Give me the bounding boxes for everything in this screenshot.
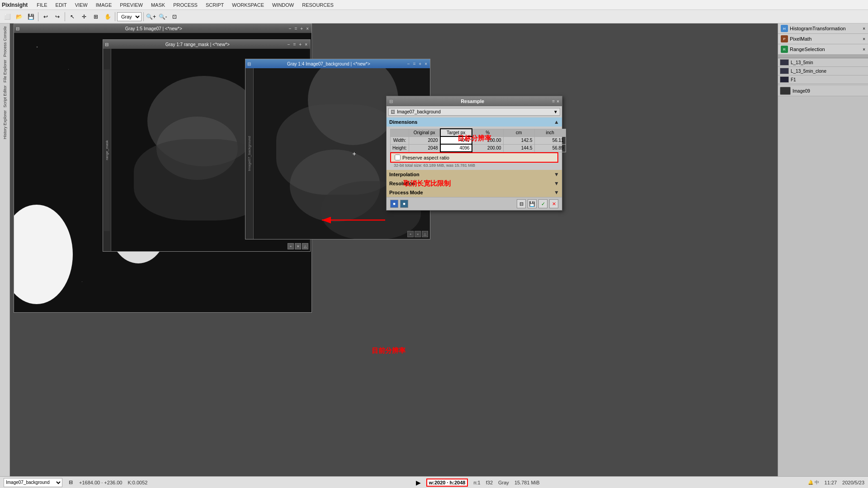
- dimensions-collapse[interactable]: ▲: [554, 119, 559, 125]
- sidebar-file-explorer[interactable]: File Explorer: [2, 59, 8, 84]
- resolution-header[interactable]: Resolution ▼: [387, 179, 562, 188]
- thumb-f1[interactable]: F1: [778, 75, 868, 84]
- range-mask-icon-3[interactable]: △: [302, 243, 308, 249]
- height-inch-input[interactable]: [537, 145, 564, 150]
- win-rm-min[interactable]: −: [287, 42, 291, 47]
- win-bg-min[interactable]: −: [406, 61, 411, 66]
- toolbar-zoom-fit[interactable]: ⊡: [169, 11, 180, 22]
- window-main-titlebar[interactable]: ⊟ Gray 1:5 Image07 | <*new*> − = + ×: [14, 24, 311, 33]
- toolbar-pan[interactable]: ✋: [102, 11, 113, 22]
- width-target-input[interactable]: [443, 138, 470, 143]
- interpolation-header[interactable]: Interpolation ▼: [387, 170, 562, 179]
- resample-dialog-titlebar[interactable]: ⊟ Resample = ×: [387, 96, 562, 106]
- height-percent-input[interactable]: [474, 145, 501, 150]
- win-main-close[interactable]: ×: [305, 26, 310, 31]
- menu-window[interactable]: WINDOW: [269, 1, 297, 9]
- width-original-input: [411, 138, 438, 143]
- preserve-aspect-ratio-label[interactable]: Preserve aspect ratio: [402, 155, 449, 160]
- win-rm-plus[interactable]: +: [298, 42, 302, 47]
- height-target-cell[interactable]: [440, 144, 472, 152]
- toolbar-cursor[interactable]: ↖: [67, 11, 78, 22]
- dialog-btn-blue-small[interactable]: ■: [390, 200, 398, 208]
- width-percent[interactable]: [472, 136, 504, 144]
- image-selector[interactable]: 🖼 Image07_background ▼: [388, 108, 560, 116]
- menu-view[interactable]: VIEW: [71, 1, 91, 9]
- width-inch-input[interactable]: [537, 138, 564, 143]
- sidebar-history-explorer[interactable]: History Explorer: [2, 109, 8, 140]
- win-bg-plus[interactable]: +: [418, 61, 422, 66]
- dialog-btn-teal[interactable]: ■: [400, 200, 408, 208]
- height-percent[interactable]: [472, 144, 504, 152]
- menu-edit[interactable]: EDIT: [52, 1, 71, 9]
- resample-dialog-minmax[interactable]: =: [552, 99, 555, 104]
- image-selector-dropdown[interactable]: ▼: [553, 109, 558, 114]
- panel-pixelmath[interactable]: P PixelMath ×: [778, 34, 868, 44]
- height-cm[interactable]: [503, 144, 534, 152]
- thumb-image09[interactable]: Image09: [778, 86, 868, 96]
- process-mode-header[interactable]: Process Mode ▼: [387, 188, 562, 197]
- bg-icon-3[interactable]: △: [422, 231, 428, 237]
- menu-mask[interactable]: MASK: [147, 1, 169, 9]
- dialog-btn-close[interactable]: ✕: [549, 199, 558, 208]
- window-bg-titlebar[interactable]: ⊟ Gray 1:4 Image07_background | <*new*> …: [245, 59, 430, 68]
- panel-pixelmath-close[interactable]: ×: [863, 37, 865, 42]
- thumb-l13-5min-clone[interactable]: L_13_5min_clone: [778, 67, 868, 75]
- width-cm-input[interactable]: [505, 138, 533, 143]
- menu-file[interactable]: FILE: [33, 1, 51, 9]
- dialog-btn-new[interactable]: ⊟: [517, 199, 526, 208]
- win-rm-max[interactable]: =: [292, 42, 297, 47]
- height-target-input[interactable]: [443, 145, 470, 150]
- mode-select[interactable]: Gray: [117, 12, 142, 21]
- menu-image[interactable]: IMAGE: [92, 1, 115, 9]
- toolbar-zoom-rect[interactable]: ⊞: [90, 11, 101, 22]
- range-mask-icon-1[interactable]: +: [288, 243, 294, 249]
- status-play-btn[interactable]: ▶: [416, 479, 421, 486]
- toolbar-open[interactable]: 📂: [14, 11, 24, 22]
- win-rm-close[interactable]: ×: [304, 42, 308, 47]
- win-main-min[interactable]: −: [288, 26, 292, 31]
- menu-process[interactable]: PROCESS: [170, 1, 201, 9]
- process-mode-collapse[interactable]: ▼: [554, 189, 559, 196]
- menu-script[interactable]: SCRIPT: [202, 1, 227, 9]
- win-bg-max[interactable]: =: [412, 61, 416, 66]
- dialog-btn-apply[interactable]: ✓: [538, 199, 547, 208]
- win-main-plus[interactable]: +: [299, 26, 304, 31]
- toolbar-new[interactable]: ⬜: [2, 11, 13, 22]
- sidebar-process-console[interactable]: Process Console: [2, 25, 8, 58]
- panel-histogram[interactable]: H HistogramTransformation ×: [778, 23, 868, 34]
- menu-preview[interactable]: PREVIEW: [116, 1, 146, 9]
- panel-rangeselection-close[interactable]: ×: [863, 47, 865, 52]
- win-bg-close[interactable]: ×: [424, 61, 428, 66]
- resolution-collapse[interactable]: ▼: [554, 180, 559, 187]
- dialog-btn-save[interactable]: 💾: [528, 199, 537, 208]
- height-inch[interactable]: [534, 144, 566, 152]
- panel-rangeselection[interactable]: R RangeSelection ×: [778, 44, 868, 55]
- thumb-l13-5min[interactable]: L_13_5min: [778, 58, 868, 67]
- menu-resources[interactable]: RESOURCES: [298, 1, 337, 9]
- window-range-mask-titlebar[interactable]: ⊟ Gray 1:7 range_mask | <*new*> − = + ×: [103, 40, 310, 49]
- height-cm-input[interactable]: [505, 145, 533, 150]
- toolbar-zoom-in[interactable]: 🔍+: [146, 11, 156, 22]
- width-cm[interactable]: [503, 136, 534, 144]
- status-icon-preview[interactable]: ⊟: [69, 479, 73, 485]
- bg-icon-2[interactable]: ×: [415, 231, 421, 237]
- resample-dialog-close[interactable]: ×: [557, 99, 559, 104]
- preserve-aspect-ratio-checkbox[interactable]: [395, 155, 401, 160]
- win-main-max[interactable]: =: [293, 26, 298, 31]
- width-inch[interactable]: [534, 136, 566, 144]
- dimensions-header[interactable]: Dimensions ▲: [387, 117, 562, 127]
- toolbar-save[interactable]: 💾: [25, 11, 36, 22]
- interpolation-collapse[interactable]: ▼: [554, 171, 559, 178]
- menu-workspace[interactable]: WORKSPACE: [228, 1, 268, 9]
- toolbar-undo[interactable]: ↩: [40, 11, 51, 22]
- toolbar-redo[interactable]: ↪: [52, 11, 63, 22]
- width-target-cell[interactable]: [440, 136, 472, 144]
- bg-icon-1[interactable]: +: [407, 231, 414, 237]
- range-mask-icon-2[interactable]: ✕: [295, 243, 301, 249]
- sidebar-script-editor[interactable]: Script Editor: [2, 84, 8, 108]
- toolbar-zoom-out[interactable]: 🔍-: [157, 11, 168, 22]
- panel-histogram-close[interactable]: ×: [863, 26, 865, 31]
- toolbar-move[interactable]: ✛: [79, 11, 90, 22]
- width-percent-input[interactable]: [474, 138, 501, 143]
- status-image-select[interactable]: Image07_background: [4, 478, 62, 487]
